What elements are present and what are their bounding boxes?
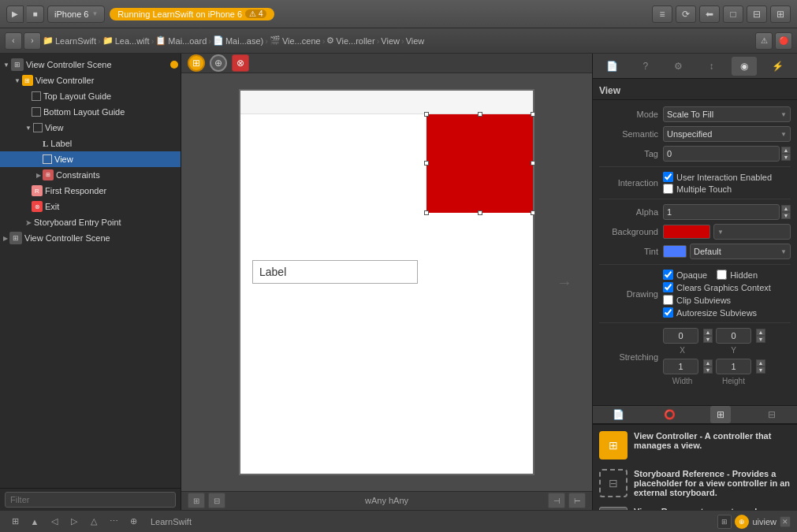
- tab-quick-help[interactable]: ?: [633, 57, 658, 76]
- canvas-icon-gray[interactable]: ⊕: [210, 54, 227, 72]
- breadcrumb-view2[interactable]: View: [406, 36, 425, 46]
- canvas-bottom-btn-1[interactable]: ⊞: [188, 493, 205, 508]
- bottom-grid-icon[interactable]: ⊞: [717, 515, 732, 529]
- prop-bg-select[interactable]: ▼: [713, 224, 791, 240]
- breadcrumb-maiase[interactable]: 📄 Mai...ase): [213, 35, 263, 46]
- tint-color-swatch[interactable]: [663, 245, 687, 258]
- nav-forward-button[interactable]: ›: [24, 32, 41, 50]
- breadcrumb-view1[interactable]: View: [381, 36, 400, 46]
- tree-item-exit[interactable]: ▶ ⊗ Exit: [0, 199, 181, 214]
- tag-stepper-down[interactable]: ▼: [781, 154, 791, 161]
- tree-item-top-layout[interactable]: ▶ Top Layout Guide: [0, 88, 181, 104]
- multiple-touch-checkbox[interactable]: [663, 184, 673, 194]
- tag-stepper[interactable]: ▲ ▼: [781, 147, 791, 161]
- canvas-bottom-btn-2[interactable]: ⊟: [208, 493, 225, 508]
- stretch-h-stepper[interactable]: ▲▼: [756, 359, 765, 374]
- sh-up[interactable]: ▲: [756, 359, 765, 366]
- bottom-icon-right[interactable]: ▷: [65, 514, 83, 530]
- canvas-icon-red[interactable]: ⊗: [232, 54, 249, 72]
- lib-tab-file[interactable]: 📄: [608, 406, 628, 423]
- alpha-stepper-down[interactable]: ▼: [781, 212, 791, 219]
- hidden-checkbox[interactable]: [717, 270, 727, 280]
- sy-down[interactable]: ▼: [756, 336, 765, 343]
- stretch-y-stepper[interactable]: ▲▼: [756, 329, 765, 343]
- tree-item-vc-scene[interactable]: ▼ ⊞ View Controller Scene: [0, 57, 181, 73]
- canvas-icon-orange[interactable]: ⊞: [188, 54, 205, 72]
- tab-attributes[interactable]: ↕: [698, 57, 724, 76]
- stretch-x-input[interactable]: [663, 328, 698, 344]
- lib-tab-circle[interactable]: ⭕: [659, 406, 680, 423]
- handle-tl[interactable]: [424, 112, 429, 117]
- stretch-w-stepper[interactable]: ▲▼: [703, 359, 713, 374]
- warning-nav-icon[interactable]: ⚠: [755, 32, 773, 50]
- bottom-uiview-icon[interactable]: ⊕: [735, 515, 749, 529]
- lib-tab-grid[interactable]: ⊟: [762, 406, 782, 423]
- red-view[interactable]: [426, 114, 533, 213]
- bottom-icon-left[interactable]: ◁: [46, 514, 63, 530]
- sy-up[interactable]: ▲: [756, 329, 765, 336]
- prop-semantic-select[interactable]: Unspecified ▼: [663, 126, 791, 142]
- stretch-x-stepper[interactable]: ▲▼: [703, 329, 713, 343]
- layout-single-icon[interactable]: □: [723, 6, 743, 23]
- stretch-w-input[interactable]: [663, 359, 698, 374]
- background-color-swatch[interactable]: [663, 225, 710, 239]
- error-nav-icon[interactable]: 🔴: [775, 32, 792, 50]
- prop-tint-select[interactable]: Default ▼: [690, 244, 791, 259]
- back-icon[interactable]: ⬅: [699, 6, 720, 23]
- breadcrumb-maioard[interactable]: 📋 Mai...oard: [155, 35, 207, 46]
- handle-ml[interactable]: [424, 161, 429, 166]
- canvas-bottom-btn-3[interactable]: ⊣: [548, 493, 565, 508]
- tab-file[interactable]: 📄: [600, 57, 625, 76]
- phone-frame[interactable]: Label: [239, 89, 534, 475]
- handle-tm[interactable]: [478, 112, 482, 117]
- clip-checkbox[interactable]: [663, 295, 673, 305]
- tag-stepper-up[interactable]: ▲: [781, 147, 791, 154]
- tab-identity[interactable]: ⚙: [666, 57, 691, 76]
- tab-size[interactable]: ◉: [732, 57, 757, 76]
- prop-alpha-input[interactable]: [663, 204, 780, 220]
- hamburger-icon[interactable]: ≡: [652, 6, 672, 23]
- handle-bm[interactable]: [478, 210, 482, 215]
- label-element[interactable]: Label: [252, 260, 418, 284]
- sx-down[interactable]: ▼: [703, 336, 713, 343]
- breadcrumb-leawift[interactable]: 📁 Lea...wift: [102, 35, 150, 46]
- stretch-y-input[interactable]: [716, 328, 751, 344]
- prop-mode-select[interactable]: Scale To Fill ▼: [663, 106, 791, 122]
- sw-down[interactable]: ▼: [703, 366, 713, 374]
- stretch-h-input[interactable]: [716, 359, 751, 374]
- handle-mr[interactable]: [531, 161, 535, 166]
- nav-back-button[interactable]: ‹: [5, 32, 22, 50]
- bottom-icon-up[interactable]: △: [85, 514, 102, 530]
- handle-tr[interactable]: [531, 112, 535, 117]
- opaque-checkbox[interactable]: [663, 270, 673, 280]
- sx-up[interactable]: ▲: [703, 329, 713, 336]
- breadcrumb-viecene[interactable]: 🎬 Vie...cene: [270, 35, 321, 46]
- play-button[interactable]: ▶: [6, 6, 24, 23]
- prop-tag-input[interactable]: [663, 146, 780, 162]
- layout-split-icon[interactable]: ⊟: [747, 6, 767, 23]
- bottom-icon-grid[interactable]: ⊞: [6, 514, 24, 530]
- phone-content[interactable]: Label: [240, 114, 533, 474]
- sh-down[interactable]: ▼: [756, 366, 765, 374]
- alpha-stepper-up[interactable]: ▲: [781, 205, 791, 212]
- autoresize-checkbox[interactable]: [663, 307, 673, 318]
- sw-up[interactable]: ▲: [703, 359, 713, 366]
- lib-vc-icon[interactable]: ⊞: [599, 431, 628, 459]
- tree-item-entry-point[interactable]: ➤ Storyboard Entry Point: [0, 214, 181, 230]
- user-interaction-checkbox[interactable]: [663, 172, 673, 182]
- tab-connections[interactable]: ⚡: [765, 57, 790, 76]
- alpha-stepper[interactable]: ▲ ▼: [781, 205, 791, 219]
- canvas-bottom-btn-4[interactable]: ⊢: [568, 493, 586, 508]
- bottom-icon-more[interactable]: ⋯: [105, 514, 122, 530]
- tree-item-label[interactable]: ▶ L Label: [0, 136, 181, 151]
- bottom-icon-add[interactable]: ⊕: [125, 514, 142, 530]
- bottom-icon-triangle[interactable]: ▲: [26, 514, 43, 530]
- handle-bl[interactable]: [424, 210, 429, 215]
- tree-item-vc-scene-2[interactable]: ▶ ⊞ View Controller Scene: [0, 230, 181, 246]
- tree-item-vc[interactable]: ▼ ⊞ View Controller: [0, 73, 181, 88]
- breadcrumb-vieroller[interactable]: ⚙ Vie...roller: [326, 35, 374, 46]
- tree-item-bottom-layout[interactable]: ▶ Bottom Layout Guide: [0, 104, 181, 120]
- tree-item-constraints[interactable]: ▶ ⊞ Constraints: [0, 167, 181, 183]
- lib-storyboard-icon[interactable]: ⊟: [599, 469, 628, 497]
- layout-grid-icon[interactable]: ⊞: [770, 6, 791, 23]
